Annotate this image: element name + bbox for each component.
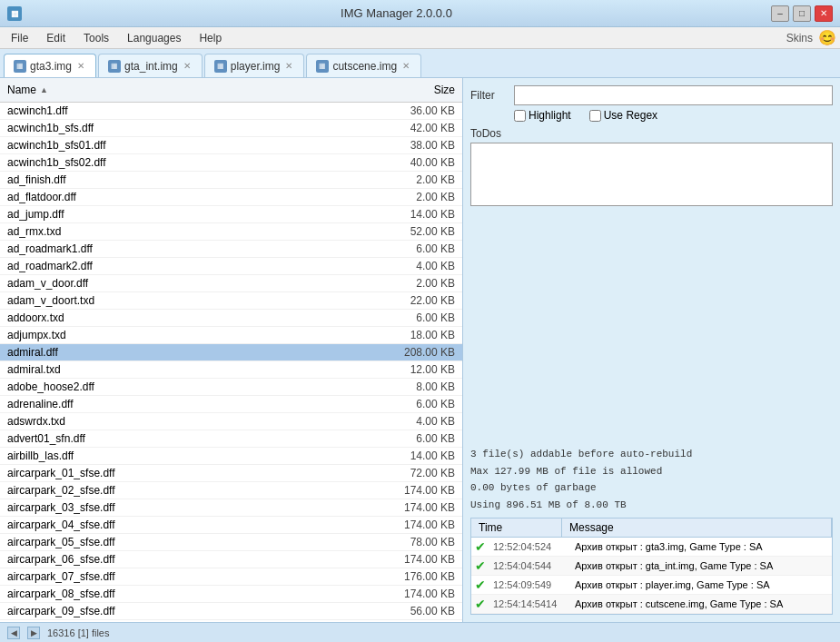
table-row[interactable]: admiral.dff208.00 KB xyxy=(0,344,462,361)
file-size-cell: 14.00 KB xyxy=(371,207,462,222)
menu-file[interactable]: File xyxy=(4,30,35,46)
menu-languages[interactable]: Languages xyxy=(120,30,188,46)
table-row[interactable]: aircarpark_06_sfse.dff174.00 KB xyxy=(0,551,462,568)
window-controls: – □ ✕ xyxy=(771,5,833,22)
log-time-header: Time xyxy=(471,519,562,537)
table-row[interactable]: adjumpx.txd18.00 KB xyxy=(0,327,462,344)
filter-input[interactable] xyxy=(514,85,833,105)
file-panel: Name ▲ Size acwinch1.dff36.00 KBacwinch1… xyxy=(0,78,463,622)
table-row[interactable]: aircarpark_03_sfse.dff174.00 KB xyxy=(0,499,462,517)
table-row[interactable]: ad_finish.dff2.00 KB xyxy=(0,172,462,189)
tab-icon-gta-int: ▦ xyxy=(108,60,121,73)
table-row[interactable]: ad_jump.dff14.00 KB xyxy=(0,206,462,223)
close-button[interactable]: ✕ xyxy=(815,5,833,22)
checkbox-group: Highlight Use Regex xyxy=(514,109,833,122)
scroll-left-button[interactable]: ◀ xyxy=(7,627,20,639)
todos-section: ToDos xyxy=(470,127,833,206)
log-scroll[interactable]: ✔12:52:04:524Архив открыт : gta3.img, Ga… xyxy=(471,538,832,614)
tab-icon-player: ▦ xyxy=(214,60,227,73)
file-list-scroll[interactable]: acwinch1.dff36.00 KBacwinch1b_sfs.dff42.… xyxy=(0,103,462,622)
table-row[interactable]: adrenaline.dff6.00 KB xyxy=(0,396,462,413)
file-name-cell: adam_v_doort.txd xyxy=(0,293,371,308)
table-row[interactable]: adam_v_door.dff2.00 KB xyxy=(0,275,462,292)
file-size-cell: 22.00 KB xyxy=(371,293,462,308)
table-row[interactable]: acwinch1.dff36.00 KB xyxy=(0,103,462,120)
log-message-cell: Архив открыт : player.img, Game Type : S… xyxy=(571,578,832,591)
menu-tools[interactable]: Tools xyxy=(76,30,116,46)
log-status-icon: ✔ xyxy=(471,597,489,611)
title-bar: ▦ IMG Manager 2.0.0.0 – □ ✕ xyxy=(0,0,840,27)
tab-gta-int[interactable]: ▦ gta_int.img ✕ xyxy=(98,54,203,77)
maximize-button[interactable]: □ xyxy=(793,5,811,22)
log-row: ✔12:54:09:549Архив открыт : player.img, … xyxy=(471,576,832,595)
table-row[interactable]: aircarpark_01_sfse.dff72.00 KB xyxy=(0,465,462,482)
tab-icon-gta3: ▦ xyxy=(14,60,26,73)
table-row[interactable]: ad_roadmark2.dff4.00 KB xyxy=(0,258,462,275)
filter-section: Filter Highlight Use Regex xyxy=(470,85,833,122)
highlight-checkbox-item: Highlight xyxy=(514,109,571,122)
file-size-cell: 38.00 KB xyxy=(371,138,462,153)
table-row[interactable]: acwinch1b_sfs.dff42.00 KB xyxy=(0,120,462,137)
file-name-cell: aircarpark_02_sfse.dff xyxy=(0,483,371,498)
file-name-cell: admiral.dff xyxy=(0,345,371,360)
table-row[interactable]: addoorx.txd6.00 KB xyxy=(0,310,462,327)
file-size-cell: 4.00 KB xyxy=(371,414,462,429)
column-size-header: Size xyxy=(371,82,462,98)
table-row[interactable]: aircarpark_04_sfse.dff174.00 KB xyxy=(0,517,462,534)
table-row[interactable]: ad_flatdoor.dff2.00 KB xyxy=(0,189,462,206)
tabs-bar: ▦ gta3.img ✕ ▦ gta_int.img ✕ ▦ player.im… xyxy=(0,49,840,78)
tab-cutscene[interactable]: ▦ cutscene.img ✕ xyxy=(306,54,421,77)
tab-close-gta-int[interactable]: ✕ xyxy=(182,61,193,71)
filter-label: Filter xyxy=(470,89,507,102)
table-row[interactable]: aircarpark_05_sfse.dff78.00 KB xyxy=(0,534,462,551)
table-row[interactable]: ad_rmx.txd52.00 KB xyxy=(0,223,462,241)
table-row[interactable]: acwinch1b_sfs01.dff38.00 KB xyxy=(0,137,462,154)
app-icon: ▦ xyxy=(7,6,22,21)
table-row[interactable]: admiral.txd12.00 KB xyxy=(0,361,462,379)
file-name-cell: aircarpark_01_sfse.dff xyxy=(0,466,371,480)
log-time-cell: 12:52:04:524 xyxy=(489,540,571,553)
skins-label[interactable]: Skins xyxy=(786,32,813,44)
file-name-cell: admiral.txd xyxy=(0,362,371,377)
file-size-cell: 72.00 KB xyxy=(371,466,462,480)
table-row[interactable]: aircarpark_07_sfse.dff176.00 KB xyxy=(0,568,462,586)
minimize-button[interactable]: – xyxy=(771,5,789,22)
table-row[interactable]: adswrdx.txd4.00 KB xyxy=(0,413,462,430)
scroll-right-button[interactable]: ▶ xyxy=(27,627,40,639)
file-size-cell: 4.00 KB xyxy=(371,259,462,273)
log-time-cell: 12:54:04:544 xyxy=(489,559,571,572)
main-content: Name ▲ Size acwinch1.dff36.00 KBacwinch1… xyxy=(0,78,840,622)
tab-close-cutscene[interactable]: ✕ xyxy=(400,61,411,71)
tab-close-player[interactable]: ✕ xyxy=(283,61,294,71)
tab-label-player: player.img xyxy=(231,60,281,73)
stats-line2: Max 127.99 MB of file is allowed xyxy=(470,464,833,479)
tab-gta3[interactable]: ▦ gta3.img ✕ xyxy=(4,54,96,77)
tab-player[interactable]: ▦ player.img ✕ xyxy=(204,54,305,77)
highlight-checkbox[interactable] xyxy=(514,110,526,122)
table-row[interactable]: adobe_hoose2.dff8.00 KB xyxy=(0,379,462,396)
table-row[interactable]: ad_roadmark1.dff6.00 KB xyxy=(0,241,462,258)
tab-close-gta3[interactable]: ✕ xyxy=(75,61,86,71)
file-size-cell: 174.00 KB xyxy=(371,518,462,532)
log-message-cell: Архив открыт : cutscene.img, Game Type :… xyxy=(571,598,832,610)
log-status-icon: ✔ xyxy=(471,539,489,554)
file-name-cell: addoorx.txd xyxy=(0,311,371,325)
table-row[interactable]: acwinch1b_sfs02.dff40.00 KB xyxy=(0,154,462,172)
table-row[interactable]: airbillb_las.dff14.00 KB xyxy=(0,448,462,465)
use-regex-checkbox[interactable] xyxy=(589,110,601,122)
right-panel: Filter Highlight Use Regex ToDos 3 file(… xyxy=(463,78,840,622)
file-size-cell: 42.00 KB xyxy=(371,121,462,135)
menu-edit[interactable]: Edit xyxy=(39,30,73,46)
file-name-cell: acwinch1b_sfs01.dff xyxy=(0,138,371,153)
todos-textarea[interactable] xyxy=(470,143,833,206)
log-area: Time Message ✔12:52:04:524Архив открыт :… xyxy=(470,518,833,615)
table-row[interactable]: advert01_sfn.dff6.00 KB xyxy=(0,430,462,448)
table-row[interactable]: aircarpark_08_sfse.dff174.00 KB xyxy=(0,586,462,603)
table-row[interactable]: aircarpark_02_sfse.dff174.00 KB xyxy=(0,482,462,499)
menu-help[interactable]: Help xyxy=(192,30,229,46)
log-message-cell: Архив открыт : gta3.img, Game Type : SA xyxy=(571,540,832,553)
table-row[interactable]: adam_v_doort.txd22.00 KB xyxy=(0,292,462,310)
table-row[interactable]: aircarpark_09_sfse.dff56.00 KB xyxy=(0,603,462,620)
file-name-cell: ad_roadmark2.dff xyxy=(0,259,371,273)
file-name-cell: aircarpark_05_sfse.dff xyxy=(0,535,371,549)
